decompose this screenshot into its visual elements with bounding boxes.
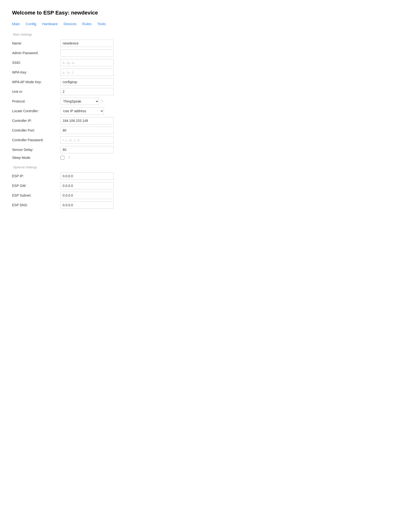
protocol-select[interactable]: ThingSpeak HTTP MQTT OpenHAB MQTT PiDome… [60, 98, 99, 105]
sleep-mode-row: Sleep Mode: ? [12, 156, 399, 160]
esp-gw-input[interactable] [60, 182, 114, 189]
nav-tools[interactable]: Tools [97, 22, 106, 26]
controller-port-row: Controller Port: [12, 127, 399, 134]
ssid-label: SSID: [12, 61, 60, 65]
optional-settings-title: Optional Settings [13, 165, 399, 169]
ssid-input[interactable] [60, 59, 114, 66]
admin-password-label: Admin Password: [12, 51, 60, 55]
esp-gw-row: ESP GW: [12, 182, 399, 189]
name-label: Name: [12, 41, 60, 45]
esp-subnet-label: ESP Subnet: [12, 193, 60, 197]
optional-settings-section: Optional Settings ESP IP: ESP GW: ESP Su… [12, 165, 399, 209]
esp-dns-input[interactable] [60, 201, 114, 209]
esp-dns-row: ESP DNS: [12, 201, 399, 209]
sleep-mode-controls: ? [60, 156, 70, 160]
protocol-label: Protocol: [12, 99, 60, 103]
wpa-key-label: WPA Key: [12, 70, 60, 74]
wpa-ap-key-row: WPA AP Mode Key: [12, 78, 399, 86]
locate-controller-row: Locate Controller: Use IP address Use ho… [12, 107, 399, 115]
main-settings-section: Main Settings Name: Admin Password: SSID… [12, 33, 399, 160]
controller-port-input[interactable] [60, 127, 114, 134]
controller-password-label: Controller Password: [12, 138, 60, 142]
sensor-delay-row: Sensor Delay: [12, 146, 399, 153]
esp-gw-label: ESP GW: [12, 184, 60, 188]
unit-nr-label: Unit nr: [12, 90, 60, 94]
unit-nr-row: Unit nr: [12, 88, 399, 95]
esp-ip-row: ESP IP: [12, 172, 399, 180]
protocol-help-icon: ? [101, 99, 103, 103]
wpa-ap-key-input[interactable] [60, 78, 114, 86]
controller-ip-input[interactable] [60, 117, 114, 124]
wpa-key-input[interactable] [60, 69, 114, 76]
sensor-delay-input[interactable] [60, 146, 114, 153]
nav-rules[interactable]: Rules [82, 22, 91, 26]
locate-controller-label: Locate Controller: [12, 109, 60, 113]
wpa-ap-key-label: WPA AP Mode Key: [12, 80, 60, 84]
ssid-row: SSID: [12, 59, 399, 66]
nav-config[interactable]: Config [26, 22, 36, 26]
esp-ip-label: ESP IP: [12, 174, 60, 178]
nav-main[interactable]: Main [12, 22, 20, 26]
esp-ip-input[interactable] [60, 172, 114, 180]
main-settings-title: Main Settings [13, 33, 399, 36]
sleep-mode-help-icon: ? [68, 156, 70, 160]
controller-port-label: Controller Port: [12, 128, 60, 132]
unit-nr-input[interactable] [60, 88, 114, 95]
page-title: Welcome to ESP Easy: newdevice [12, 10, 399, 16]
nav-devices[interactable]: Devices [64, 22, 76, 26]
sleep-mode-label: Sleep Mode: [12, 156, 60, 160]
esp-subnet-row: ESP Subnet: [12, 192, 399, 199]
sleep-mode-checkbox[interactable] [60, 156, 64, 160]
sensor-delay-label: Sensor Delay: [12, 148, 60, 152]
protocol-row: Protocol: ThingSpeak HTTP MQTT OpenHAB M… [12, 98, 399, 105]
main-nav: Main Config Hardware Devices Rules Tools [12, 22, 399, 26]
name-row: Name: [12, 40, 399, 47]
controller-password-row: Controller Password: [12, 136, 399, 144]
controller-password-input[interactable] [60, 136, 114, 144]
name-input[interactable] [60, 40, 114, 47]
admin-password-input[interactable] [60, 49, 114, 57]
controller-ip-label: Controller IP: [12, 119, 60, 123]
wpa-key-row: WPA Key: [12, 69, 399, 76]
controller-ip-row: Controller IP: [12, 117, 399, 124]
locate-controller-select[interactable]: Use IP address Use hostname [60, 107, 104, 115]
esp-dns-label: ESP DNS: [12, 203, 60, 207]
esp-subnet-input[interactable] [60, 192, 114, 199]
nav-hardware[interactable]: Hardware [42, 22, 58, 26]
admin-password-row: Admin Password: [12, 49, 399, 57]
